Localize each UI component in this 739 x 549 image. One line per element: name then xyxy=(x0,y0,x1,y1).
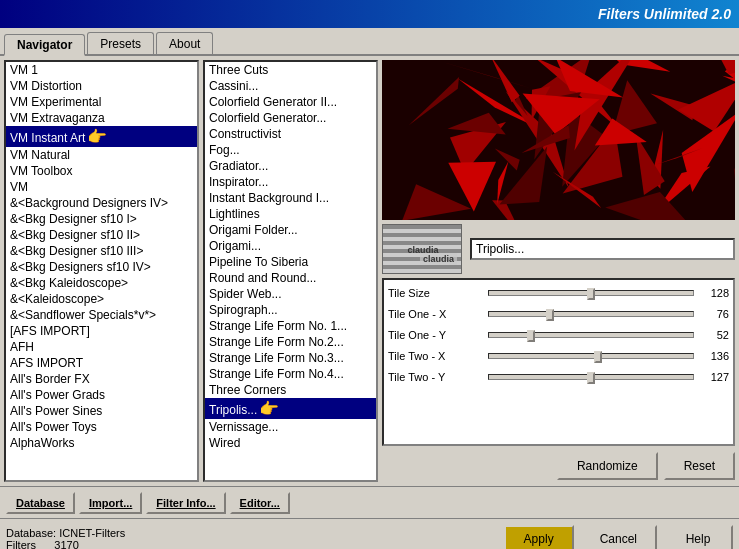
filter-info-button[interactable]: Filter Info... xyxy=(146,492,225,514)
middle-panel-item[interactable]: Strange Life Form No.4... xyxy=(205,366,376,382)
left-panel-item[interactable]: All's Power Grads xyxy=(6,387,197,403)
action-bar: Database: ICNET-Filters Filters 3170 App… xyxy=(0,518,739,549)
left-panel-item[interactable]: [AFS IMPORT] xyxy=(6,323,197,339)
left-panel-item[interactable]: &<Bkg Kaleidoscope> xyxy=(6,275,197,291)
left-panel-item[interactable]: &<Background Designers IV> xyxy=(6,195,197,211)
filters-label: Filters xyxy=(6,539,36,550)
left-panel[interactable]: VM 1VM DistortionVM ExperimentalVM Extra… xyxy=(4,60,199,482)
reset-button[interactable]: Reset xyxy=(664,452,735,480)
db-info: Database: ICNET-Filters Filters 3170 xyxy=(6,527,125,550)
slider-value: 127 xyxy=(694,371,729,383)
middle-panel-item[interactable]: Strange Life Form No. 1... xyxy=(205,318,376,334)
slider-row: Tile Two - X136 xyxy=(388,347,729,365)
left-panel-item[interactable]: &<Bkg Designer sf10 III> xyxy=(6,243,197,259)
slider-thumb[interactable] xyxy=(546,309,554,321)
preview-canvas xyxy=(382,60,735,220)
middle-panel-item[interactable]: Spider Web... xyxy=(205,286,376,302)
bottom-bar: Database Import... Filter Info... Editor… xyxy=(0,486,739,518)
middle-panel-item[interactable]: Tripolis... 👉 xyxy=(205,398,376,419)
slider-thumb[interactable] xyxy=(594,351,602,363)
help-button[interactable]: Help xyxy=(663,525,733,550)
slider-value: 76 xyxy=(694,308,729,320)
cancel-button[interactable]: Cancel xyxy=(580,525,657,550)
middle-panel-item[interactable]: Spirograph... xyxy=(205,302,376,318)
database-button[interactable]: Database xyxy=(6,492,75,514)
sliders-section: Tile Size128Tile One - X76Tile One - Y52… xyxy=(382,278,735,446)
filter-thumb: claudia xyxy=(382,224,462,274)
middle-panel-item[interactable]: Wired xyxy=(205,435,376,451)
middle-panel-item[interactable]: Inspirator... xyxy=(205,174,376,190)
slider-track[interactable] xyxy=(488,374,694,380)
slider-thumb[interactable] xyxy=(527,330,535,342)
slider-value: 52 xyxy=(694,329,729,341)
slider-track[interactable] xyxy=(488,353,694,359)
slider-value: 136 xyxy=(694,350,729,362)
middle-panel-item[interactable]: Round and Round... xyxy=(205,270,376,286)
middle-panel-item[interactable]: Constructivist xyxy=(205,126,376,142)
middle-panel[interactable]: Three CutsCassini...Colorfield Generator… xyxy=(203,60,378,482)
left-panel-item[interactable]: AFS IMPORT xyxy=(6,355,197,371)
middle-panel-item[interactable]: Strange Life Form No.3... xyxy=(205,350,376,366)
left-panel-item[interactable]: &<Bkg Designer sf10 II> xyxy=(6,227,197,243)
arrow-indicator: 👉 xyxy=(259,399,279,418)
left-panel-item[interactable]: VM Natural xyxy=(6,147,197,163)
middle-panel-item[interactable]: Fog... xyxy=(205,142,376,158)
right-bottom-buttons: Randomize Reset xyxy=(382,450,735,482)
left-panel-item[interactable]: &<Kaleidoscope> xyxy=(6,291,197,307)
left-panel-item[interactable]: VM Instant Art 👉 xyxy=(6,126,197,147)
slider-track[interactable] xyxy=(488,332,694,338)
editor-button[interactable]: Editor... xyxy=(230,492,290,514)
filters-value: 3170 xyxy=(54,539,78,550)
slider-track[interactable] xyxy=(488,290,694,296)
middle-panel-item[interactable]: Pipeline To Siberia xyxy=(205,254,376,270)
slider-row: Tile Size128 xyxy=(388,284,729,302)
slider-row: Tile One - Y52 xyxy=(388,326,729,344)
left-panel-item[interactable]: &<Bkg Designers sf10 IV> xyxy=(6,259,197,275)
left-panel-item[interactable]: &<Bkg Designer sf10 I> xyxy=(6,211,197,227)
filter-thumb-image xyxy=(383,225,462,274)
middle-panel-item[interactable]: Vernissage... xyxy=(205,419,376,435)
left-panel-item[interactable]: VM xyxy=(6,179,197,195)
preview-image xyxy=(382,60,735,220)
left-panel-item[interactable]: AlphaWorks xyxy=(6,435,197,451)
middle-panel-item[interactable]: Colorfield Generator... xyxy=(205,110,376,126)
tab-presets[interactable]: Presets xyxy=(87,32,154,54)
left-panel-item[interactable]: &<Sandflower Specials*v*> xyxy=(6,307,197,323)
middle-panel-item[interactable]: Strange Life Form No.2... xyxy=(205,334,376,350)
slider-row: Tile One - X76 xyxy=(388,305,729,323)
slider-thumb[interactable] xyxy=(587,288,595,300)
middle-panel-item[interactable]: Instant Background I... xyxy=(205,190,376,206)
middle-panel-item[interactable]: Gradiator... xyxy=(205,158,376,174)
tab-navigator[interactable]: Navigator xyxy=(4,34,85,56)
filter-thumb-label: claudia xyxy=(420,253,457,265)
left-panel-item[interactable]: All's Border FX xyxy=(6,371,197,387)
middle-panel-item[interactable]: Lightlines xyxy=(205,206,376,222)
left-panel-item[interactable]: VM Toolbox xyxy=(6,163,197,179)
left-panel-item[interactable]: All's Power Sines xyxy=(6,403,197,419)
db-value: ICNET-Filters xyxy=(59,527,125,539)
left-panel-item[interactable]: VM Extravaganza xyxy=(6,110,197,126)
slider-label: Tile Size xyxy=(388,287,488,299)
tab-about[interactable]: About xyxy=(156,32,213,54)
apply-button[interactable]: Apply xyxy=(504,525,574,550)
import-button[interactable]: Import... xyxy=(79,492,142,514)
left-panel-item[interactable]: All's Power Toys xyxy=(6,419,197,435)
left-panel-item[interactable]: VM Experimental xyxy=(6,94,197,110)
slider-label: Tile Two - Y xyxy=(388,371,488,383)
tab-bar: Navigator Presets About xyxy=(0,28,739,56)
middle-panel-item[interactable]: Three Cuts xyxy=(205,62,376,78)
slider-track[interactable] xyxy=(488,311,694,317)
middle-panel-item[interactable]: Colorfield Generator II... xyxy=(205,94,376,110)
slider-thumb[interactable] xyxy=(587,372,595,384)
middle-panel-item[interactable]: Cassini... xyxy=(205,78,376,94)
middle-panel-item[interactable]: Origami... xyxy=(205,238,376,254)
slider-label: Tile Two - X xyxy=(388,350,488,362)
arrow-indicator: 👉 xyxy=(87,127,107,146)
left-panel-item[interactable]: AFH xyxy=(6,339,197,355)
left-panel-item[interactable]: VM Distortion xyxy=(6,78,197,94)
middle-panel-item[interactable]: Origami Folder... xyxy=(205,222,376,238)
title-bar: Filters Unlimited 2.0 xyxy=(0,0,739,28)
left-panel-item[interactable]: VM 1 xyxy=(6,62,197,78)
randomize-button[interactable]: Randomize xyxy=(557,452,658,480)
middle-panel-item[interactable]: Three Corners xyxy=(205,382,376,398)
